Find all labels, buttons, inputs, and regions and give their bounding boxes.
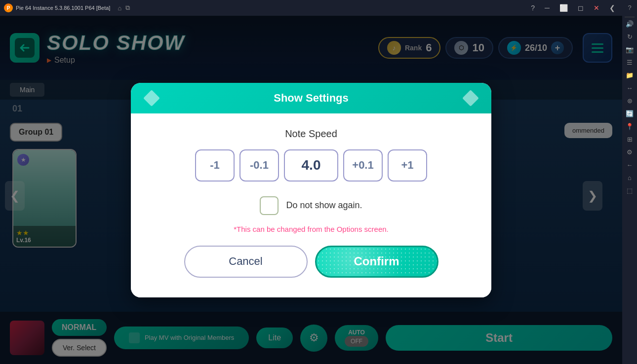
modal-overlay: Show Settings Note Speed -1 -0.1 4.0 +0.… xyxy=(0,16,622,364)
help-btn[interactable]: ? xyxy=(528,4,538,12)
titlebar: P Pie 64 Instance 5.3.86.1001 P64 [Beta]… xyxy=(0,0,622,16)
options-hint: *This can be changed from the Options sc… xyxy=(151,225,472,233)
app-title: Pie 64 Instance 5.3.86.1001 P64 [Beta] xyxy=(16,5,110,11)
sidebar-separator xyxy=(625,17,635,17)
cancel-button[interactable]: Cancel xyxy=(184,246,308,278)
note-speed-label: Note Speed xyxy=(151,128,472,140)
right-sidebar: ? 🔊 ↻ 📷 ☰ 📁 ↔ ⊛ 🔄 📍 ⊞ ⚙ ← ⌂ ⬚ xyxy=(622,0,637,364)
minimize-btn[interactable]: ─ xyxy=(542,4,553,12)
restore-btn[interactable]: ⬜ xyxy=(557,4,571,12)
sidebar-home-icon[interactable]: ⌂ xyxy=(625,174,635,184)
sidebar-rotate-icon[interactable]: ↻ xyxy=(625,33,635,43)
sidebar-help-icon[interactable]: ? xyxy=(625,4,635,14)
do-not-show-checkbox[interactable] xyxy=(260,196,279,215)
sidebar-square-icon[interactable]: ⬚ xyxy=(625,187,635,197)
home-icon[interactable]: ⌂ xyxy=(118,4,121,12)
confirm-button[interactable]: Confirm xyxy=(315,246,438,278)
diamond-right-icon xyxy=(462,90,479,107)
sidebar-settings-icon[interactable]: ⚙ xyxy=(625,148,635,158)
minus-1-button[interactable]: -1 xyxy=(195,149,235,182)
sidebar-volume-icon[interactable]: 🔊 xyxy=(625,20,635,30)
plus-1-button[interactable]: +1 xyxy=(388,149,427,182)
show-settings-modal: Show Settings Note Speed -1 -0.1 4.0 +0.… xyxy=(131,83,491,297)
window-controls: ? ─ ⬜ ◻ ✕ ❮ xyxy=(528,4,618,12)
nav-back-btn[interactable]: ❮ xyxy=(606,4,618,12)
sidebar-grid-icon[interactable]: ⊞ xyxy=(625,136,635,146)
screen-icon[interactable]: ⧉ xyxy=(125,4,130,12)
sidebar-location-icon[interactable]: 📍 xyxy=(625,123,635,133)
modal-title: Show Settings xyxy=(274,92,349,105)
checkbox-row: Do not show again. xyxy=(151,196,472,215)
speed-value-display: 4.0 xyxy=(284,149,338,182)
speed-controls: -1 -0.1 4.0 +0.1 +1 xyxy=(151,149,472,182)
sidebar-folder-icon[interactable]: 📁 xyxy=(625,72,635,81)
sidebar-back-icon[interactable]: ← xyxy=(625,161,635,171)
diamond-left-icon xyxy=(143,90,160,107)
maximize-btn[interactable]: ◻ xyxy=(575,4,587,12)
app-icon: P xyxy=(4,3,13,12)
sidebar-task-icon[interactable]: ☰ xyxy=(625,59,635,69)
minus-01-button[interactable]: -0.1 xyxy=(239,149,279,182)
sidebar-refresh-icon[interactable]: 🔄 xyxy=(625,110,635,120)
checkbox-label: Do not show again. xyxy=(286,200,362,211)
sidebar-scale-icon[interactable]: ↔ xyxy=(625,84,635,94)
plus-01-button[interactable]: +0.1 xyxy=(343,149,383,182)
modal-header: Show Settings xyxy=(131,83,491,113)
sidebar-screenshot-icon[interactable]: 📷 xyxy=(625,46,635,56)
modal-body: Note Speed -1 -0.1 4.0 +0.1 +1 Do not sh… xyxy=(131,113,491,297)
sidebar-layers-icon[interactable]: ⊛ xyxy=(625,97,635,107)
modal-footer: Cancel Confirm xyxy=(151,246,472,283)
close-btn[interactable]: ✕ xyxy=(591,4,602,12)
